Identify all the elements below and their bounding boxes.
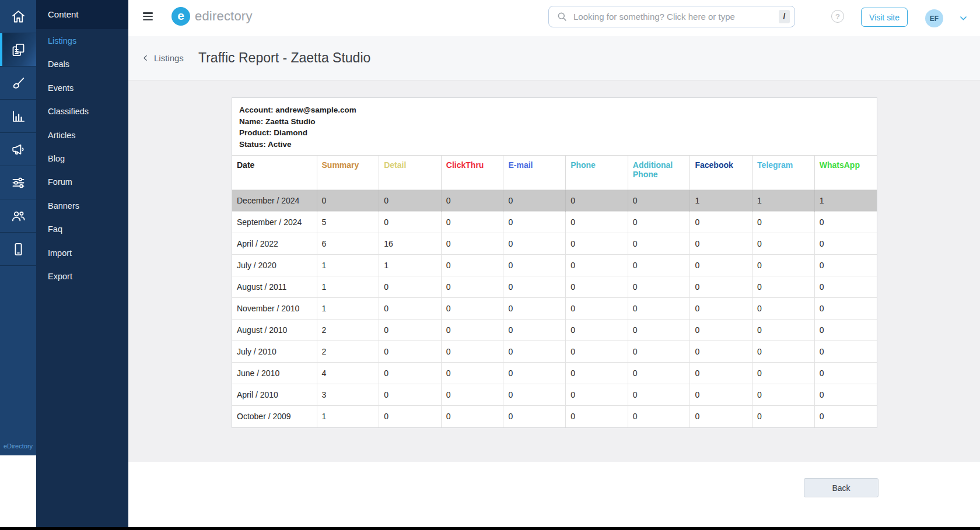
sidebar-item-import[interactable]: Import (36, 241, 128, 265)
value-cell: 0 (503, 255, 566, 276)
value-cell: 0 (690, 341, 752, 363)
table-row: August / 2011100000000 (232, 276, 877, 298)
chevron-down-icon[interactable] (958, 13, 968, 23)
breadcrumb[interactable]: Listings (141, 53, 184, 63)
value-cell: 0 (503, 190, 566, 212)
sidebar-section-title: Content (36, 0, 128, 29)
value-cell: 0 (690, 384, 752, 406)
value-cell: 0 (752, 212, 815, 233)
chevron-left-icon (141, 54, 150, 62)
date-cell: December / 2024 (232, 190, 317, 212)
value-cell: 0 (628, 190, 690, 212)
sidebar-item-forum[interactable]: Forum (36, 170, 128, 194)
sidebar-item-blog[interactable]: Blog (36, 147, 128, 170)
column-header-telegram: Telegram (752, 156, 815, 190)
value-cell: 0 (566, 255, 628, 276)
column-header-facebook: Facebook (690, 156, 752, 190)
search-input[interactable] (573, 12, 779, 22)
value-cell: 2 (317, 341, 379, 363)
column-header-phone: Phone (566, 156, 628, 190)
rail-item-design[interactable] (0, 66, 36, 100)
breadcrumb-label: Listings (154, 53, 184, 63)
value-cell: 0 (690, 298, 752, 320)
value-cell: 0 (441, 255, 503, 276)
traffic-report-card: Account: andrew@sample.com Name: Zaetta … (232, 97, 877, 428)
value-cell: 1 (814, 190, 877, 212)
value-cell: 0 (814, 298, 877, 320)
value-cell: 0 (628, 276, 690, 298)
rail-item-members[interactable] (0, 199, 36, 233)
value-cell: 0 (690, 233, 752, 255)
user-avatar[interactable]: EF (925, 9, 943, 27)
home-icon (10, 9, 26, 24)
sidebar-menu: ListingsDealsEventsClassifiedsArticlesBl… (36, 29, 128, 288)
value-cell: 0 (503, 341, 566, 363)
value-cell: 0 (379, 298, 442, 320)
sidebar-item-export[interactable]: Export (36, 265, 128, 288)
rail-item-reports[interactable] (0, 100, 36, 133)
page-title: Traffic Report - Zaetta Studio (198, 50, 370, 66)
date-cell: July / 2010 (232, 341, 317, 363)
global-search[interactable]: / (548, 6, 795, 27)
sidebar-item-deals[interactable]: Deals (36, 52, 128, 76)
table-row: October / 2009100000000 (232, 406, 877, 427)
rail-item-settings[interactable] (0, 166, 36, 199)
listing-info-block: Account: andrew@sample.com Name: Zaetta … (232, 98, 877, 155)
value-cell: 0 (814, 233, 877, 255)
table-row: July / 2020110000000 (232, 255, 877, 276)
value-cell: 0 (814, 384, 877, 406)
value-cell: 0 (814, 341, 877, 363)
help-icon[interactable]: ? (831, 10, 844, 23)
sidebar-item-classifieds[interactable]: Classifieds (36, 100, 128, 123)
traffic-report-table: DateSummaryDetailClickThruE-mailPhoneAdd… (232, 155, 877, 427)
value-cell: 0 (690, 363, 752, 384)
value-cell: 0 (379, 341, 442, 363)
rail-item-promote[interactable] (0, 133, 36, 166)
rail-item-home[interactable] (0, 0, 36, 33)
value-cell: 0 (379, 384, 442, 406)
table-row: April / 2010300000000 (232, 384, 877, 406)
top-header: e edirectory / ? Visit site EF (128, 0, 980, 36)
value-cell: 0 (566, 384, 628, 406)
design-icon (10, 75, 26, 91)
table-header-row: DateSummaryDetailClickThruE-mailPhoneAdd… (232, 156, 877, 190)
logo-icon: e (172, 7, 190, 26)
column-header-clickthru: ClickThru (441, 156, 503, 190)
sidebar-item-articles[interactable]: Articles (36, 124, 128, 147)
value-cell: 0 (628, 363, 690, 384)
logo-wordmark: edirectory (195, 9, 253, 24)
hamburger-menu-icon[interactable] (143, 12, 153, 21)
value-cell: 0 (441, 190, 503, 212)
value-cell: 0 (441, 276, 503, 298)
value-cell: 0 (566, 320, 628, 341)
sidebar-item-banners[interactable]: Banners (36, 194, 128, 217)
rail-item-content[interactable] (0, 33, 36, 66)
date-cell: August / 2010 (232, 320, 317, 341)
sidebar-item-faq[interactable]: Faq (36, 217, 128, 241)
value-cell: 1 (317, 255, 379, 276)
value-cell: 4 (317, 363, 379, 384)
sidebar-item-events[interactable]: Events (36, 76, 128, 100)
value-cell: 0 (628, 298, 690, 320)
value-cell: 0 (379, 212, 442, 233)
status-line: Status: Active (239, 139, 870, 150)
value-cell: 0 (628, 406, 690, 427)
value-cell: 0 (566, 341, 628, 363)
value-cell: 1 (690, 190, 752, 212)
back-button[interactable]: Back (804, 478, 878, 497)
app-window: Content ListingsDealsEventsClassifiedsAr… (0, 0, 980, 530)
date-cell: April / 2010 (232, 384, 317, 406)
visit-site-button[interactable]: Visit site (861, 8, 908, 27)
sidebar-item-listings[interactable]: Listings (36, 29, 128, 52)
edirectory-logo[interactable]: e edirectory (172, 7, 253, 26)
date-cell: November / 2010 (232, 298, 317, 320)
value-cell: 0 (441, 320, 503, 341)
value-cell: 0 (752, 320, 815, 341)
column-header-e-mail: E-mail (503, 156, 566, 190)
rail-item-mobile-app[interactable] (0, 233, 36, 266)
value-cell: 0 (690, 320, 752, 341)
value-cell: 0 (690, 212, 752, 233)
value-cell: 0 (317, 190, 379, 212)
bottom-strip (0, 527, 980, 530)
reports-icon (10, 108, 26, 124)
